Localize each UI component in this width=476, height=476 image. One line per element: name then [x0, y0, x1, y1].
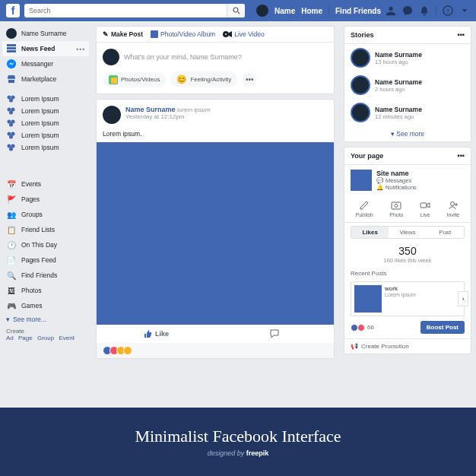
sidebar-create: Create Ad Page Group Event	[2, 325, 89, 344]
sidebar-events[interactable]: 📅Events	[2, 176, 89, 192]
create-event[interactable]: Event	[59, 335, 74, 341]
sidebar-lorem[interactable]: Lorem Ipsum	[2, 141, 89, 154]
stories-menu[interactable]: •••	[458, 31, 465, 39]
svg-point-29	[395, 205, 398, 208]
stories-see-more[interactable]: ▾ See more	[344, 126, 471, 141]
sidebar-lorem[interactable]: Lorem Ipsum	[2, 93, 89, 105]
tab-live-video[interactable]: Live Video	[223, 30, 265, 38]
publish-button[interactable]: Publish	[356, 200, 373, 217]
tab-views[interactable]: Views	[389, 227, 426, 238]
page-messages[interactable]: 💬 Messages	[376, 177, 417, 184]
boost-post-button[interactable]: Boost Post	[420, 321, 465, 334]
svg-rect-30	[420, 203, 427, 208]
post-image[interactable]	[97, 142, 334, 325]
composer-feeling[interactable]: 😊Feeling/Activity	[170, 71, 237, 87]
chevron-right-icon[interactable]: ›	[458, 291, 468, 306]
page-notifications[interactable]: 🔔 Notifications	[376, 184, 417, 191]
like-button[interactable]: Like	[97, 325, 215, 343]
site-name[interactable]: Site name	[376, 170, 417, 177]
search-input[interactable]	[29, 7, 227, 14]
comment-button[interactable]	[215, 325, 334, 343]
sidebar-groups[interactable]: 👥Groups	[2, 207, 89, 222]
svg-point-0	[233, 8, 238, 12]
footer: Minimalist Facebook Interface designed b…	[0, 408, 476, 476]
sidebar-right: Stories••• Name Surname13 hours ago Name…	[339, 21, 476, 408]
likes-count: 350	[347, 245, 468, 257]
top-links: Name Home Find Friends	[256, 5, 381, 17]
sidebar-left: Name Surname News Feed Messanger Marketp…	[0, 21, 91, 408]
likes-sub: 160 likes this week	[347, 257, 468, 264]
footer-credit: designed by freepik	[208, 449, 269, 457]
recent-posts-hdr: Recent Posts	[344, 267, 471, 280]
create-ad[interactable]: Ad	[6, 335, 14, 341]
sidebar-marketplace[interactable]: Marketplace	[2, 71, 89, 87]
post-avatar[interactable]	[103, 106, 121, 124]
sidebar-photos[interactable]: 🖼Photos	[2, 283, 89, 298]
footer-title: Minimalist Facebook Interface	[135, 427, 341, 446]
search-button[interactable]	[227, 4, 245, 17]
svg-point-13	[9, 111, 13, 115]
svg-rect-28	[392, 202, 401, 209]
messenger-icon[interactable]	[402, 5, 413, 16]
topbar: f Name Home Find Friends ?	[0, 0, 476, 21]
sidebar-see-more[interactable]: ▾ See more...	[2, 313, 89, 325]
dropdown-icon[interactable]	[459, 5, 470, 16]
sidebar-on-this-day[interactable]: 🕐On This Day	[2, 237, 89, 252]
sidebar-lorem[interactable]: Lorem Ipsum	[2, 117, 89, 129]
sidebar-profile[interactable]: Name Surname	[2, 26, 89, 41]
tab-make-post[interactable]: ✎ Make Post	[103, 30, 143, 38]
create-promotion[interactable]: 📢 Create Promotion	[344, 338, 471, 354]
live-button[interactable]: Live	[420, 200, 430, 217]
tab-photo-album[interactable]: Photo/Video Album	[151, 30, 215, 38]
topbar-avatar[interactable]	[256, 5, 268, 17]
tab-post[interactable]: Post	[427, 227, 464, 238]
photo-button[interactable]: Photo	[389, 200, 403, 217]
page-menu[interactable]: •••	[458, 152, 465, 160]
create-page[interactable]: Page	[18, 335, 33, 341]
svg-rect-23	[151, 30, 158, 38]
sidebar-messenger[interactable]: Messanger	[2, 56, 89, 71]
post-body: Lorem ipsum.	[97, 130, 334, 142]
reactions-bar	[97, 343, 334, 358]
svg-point-22	[9, 148, 13, 151]
sidebar-pages[interactable]: 🚩Pages	[2, 192, 89, 207]
fb-logo-icon[interactable]: f	[6, 4, 20, 17]
post-author[interactable]: Name Surname	[125, 106, 176, 113]
friend-requests-icon[interactable]	[386, 5, 396, 16]
svg-rect-4	[7, 44, 16, 46]
topbar-name[interactable]: Name	[274, 7, 295, 15]
composer-avatar	[103, 49, 119, 65]
story-item[interactable]: Name Surname2 hours ago	[344, 71, 471, 99]
page-thumbnail[interactable]	[351, 170, 372, 191]
sidebar-lorem[interactable]: Lorem Ipsum	[2, 129, 89, 141]
sidebar-games[interactable]: 🎮Games	[2, 298, 89, 313]
sidebar-pages-feed[interactable]: 📄Pages Feed	[2, 252, 89, 268]
topbar-home[interactable]: Home	[301, 7, 322, 15]
search-container	[24, 4, 245, 17]
sidebar-find-friends[interactable]: 🔍Find Friends	[2, 268, 89, 283]
sidebar-friend-lists[interactable]: 📋Friend Lists	[2, 222, 89, 237]
composer-photos[interactable]: Photos/Videos	[103, 72, 166, 87]
svg-point-16	[9, 123, 13, 127]
create-group[interactable]: Group	[37, 335, 54, 341]
story-item[interactable]: Name Surname12 minutes ago	[344, 99, 471, 126]
sidebar-news-feed[interactable]: News Feed	[2, 41, 89, 56]
svg-text:?: ?	[446, 8, 450, 14]
help-icon[interactable]: ?	[443, 5, 453, 16]
page-widget: Your page••• Site name 💬 Messages 🔔 Noti…	[344, 147, 471, 354]
wow-reaction-icon	[123, 346, 132, 355]
svg-rect-27	[111, 78, 117, 84]
post: Name Surname lorem ipsum Yesterday at 12…	[96, 99, 335, 359]
svg-rect-5	[7, 47, 16, 49]
sidebar-lorem[interactable]: Lorem Ipsum	[2, 105, 89, 117]
tab-likes[interactable]: Likes	[351, 227, 389, 238]
svg-line-1	[238, 12, 240, 14]
stories-widget: Stories••• Name Surname13 hours ago Name…	[344, 26, 471, 142]
composer-prompt[interactable]: What's on your mind, Name Surname?	[124, 53, 242, 61]
recent-post[interactable]: workLorem Ipsum ›	[351, 281, 465, 316]
invite-button[interactable]: Invite	[447, 200, 460, 217]
story-item[interactable]: Name Surname13 hours ago	[344, 44, 471, 71]
notifications-icon[interactable]	[419, 5, 430, 16]
composer-more[interactable]: •••	[242, 72, 257, 87]
topbar-find-friends[interactable]: Find Friends	[335, 7, 381, 15]
